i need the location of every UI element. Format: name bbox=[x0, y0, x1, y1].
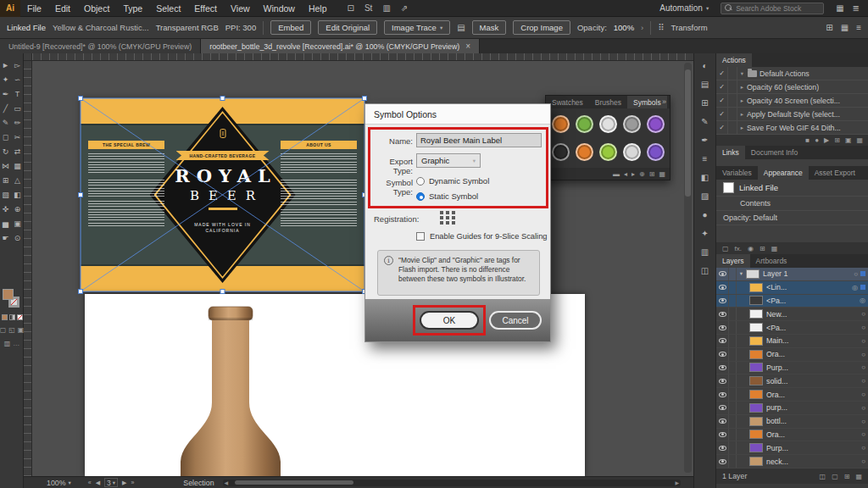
ok-button[interactable]: OK bbox=[420, 311, 479, 330]
draw-inside-icon[interactable]: ▣ bbox=[18, 326, 25, 334]
target-icon[interactable]: ○ bbox=[861, 377, 865, 385]
artboard-tool[interactable]: ▣ bbox=[12, 216, 24, 230]
linked-file-name[interactable]: Yellow & Charcoal Rustic... bbox=[53, 23, 149, 32]
menu-window[interactable]: Window bbox=[257, 0, 302, 17]
document-tab-rootbeer[interactable]: rootbeer_bottle_3d_revolve [Recovered].a… bbox=[201, 39, 480, 53]
trace-preset-icon[interactable]: ▤ bbox=[457, 23, 465, 32]
layer-name[interactable]: <Lin... bbox=[766, 283, 852, 291]
symbols-panel-icon[interactable]: ✒ bbox=[698, 134, 713, 147]
symbol-thumb-5[interactable] bbox=[552, 143, 570, 161]
mask-button[interactable]: Mask bbox=[472, 20, 507, 35]
visibility-toggle[interactable] bbox=[716, 295, 729, 308]
visibility-toggle[interactable] bbox=[716, 268, 729, 280]
lock-toggle[interactable] bbox=[729, 388, 737, 401]
layer-row[interactable]: purp...○ bbox=[716, 402, 868, 415]
layer-row[interactable]: Purp...○ bbox=[716, 362, 868, 375]
column-graph-tool[interactable]: ▅ bbox=[0, 216, 12, 230]
dynamic-symbol-option[interactable]: Dynamic Symbol bbox=[416, 176, 489, 186]
record-icon[interactable]: ● bbox=[815, 136, 819, 144]
target-icon[interactable]: ○ bbox=[861, 418, 865, 425]
symbol-thumb-9[interactable] bbox=[647, 143, 665, 161]
visibility-toggle[interactable] bbox=[716, 374, 729, 387]
lock-toggle[interactable] bbox=[729, 402, 737, 414]
width-tool[interactable]: ⋈ bbox=[0, 158, 12, 173]
draw-normal-icon[interactable]: ▢ bbox=[0, 326, 6, 334]
lock-toggle[interactable] bbox=[729, 268, 737, 280]
visibility-toggle[interactable] bbox=[716, 455, 729, 468]
radio-icon[interactable] bbox=[416, 177, 425, 186]
target-icon[interactable]: ○ bbox=[861, 363, 865, 371]
first-artboard-icon[interactable]: « bbox=[88, 480, 92, 485]
clear-appearance-icon[interactable]: ◉ bbox=[748, 245, 754, 252]
horizontal-scrollbar[interactable]: ◀ ▶ bbox=[223, 480, 681, 486]
layer-row[interactable]: Ora...○ bbox=[716, 388, 868, 402]
symbol-thumb-6[interactable] bbox=[576, 143, 593, 161]
lock-toggle[interactable] bbox=[729, 295, 737, 308]
stock-icon[interactable]: St bbox=[364, 3, 372, 13]
lock-toggle[interactable] bbox=[729, 362, 737, 374]
close-icon[interactable]: × bbox=[465, 42, 470, 51]
lock-toggle[interactable] bbox=[729, 374, 737, 387]
visibility-toggle[interactable] bbox=[716, 402, 729, 414]
layer-row[interactable]: Ora...○ bbox=[716, 429, 868, 442]
layer-row[interactable]: New...○ bbox=[716, 308, 868, 321]
expand-caret-icon[interactable]: ▸ bbox=[737, 111, 747, 118]
workspace-switcher-icon[interactable]: ▦ bbox=[836, 3, 843, 13]
arrange-documents-icon[interactable]: ▥ bbox=[382, 3, 390, 13]
layer-row[interactable]: <Pa...○ bbox=[716, 321, 868, 335]
stroke-panel-icon[interactable]: ≡ bbox=[698, 152, 713, 165]
swatches-panel-icon[interactable]: ⊞ bbox=[698, 97, 713, 109]
visibility-toggle[interactable] bbox=[716, 321, 729, 334]
action-check-icon[interactable]: ✓ bbox=[716, 67, 728, 80]
scrollbar-thumb[interactable] bbox=[235, 480, 354, 485]
layer-row[interactable]: solid...○ bbox=[716, 374, 868, 388]
symbol-thumb-7[interactable] bbox=[599, 143, 617, 161]
artboards-panel-icon[interactable]: ◫ bbox=[698, 264, 713, 277]
visibility-toggle[interactable] bbox=[716, 335, 729, 347]
next-symbol-icon[interactable]: ▸ bbox=[632, 170, 635, 178]
expand-caret-icon[interactable]: ▸ bbox=[737, 84, 747, 91]
target-icon[interactable]: ◎ bbox=[860, 297, 865, 304]
blend-tool[interactable]: ⊕ bbox=[12, 202, 24, 216]
visibility-toggle[interactable] bbox=[716, 415, 729, 428]
tab-asset-export[interactable]: Asset Export bbox=[809, 166, 861, 180]
visibility-toggle[interactable] bbox=[716, 348, 729, 361]
play-icon[interactable]: ▶ bbox=[824, 136, 829, 144]
layer-row[interactable]: <Lin...◎ bbox=[716, 281, 868, 295]
lock-toggle[interactable] bbox=[729, 415, 737, 428]
scissors-tool[interactable]: ✂ bbox=[12, 130, 24, 144]
layer-name[interactable]: Ora... bbox=[766, 391, 861, 399]
menu-view[interactable]: View bbox=[224, 0, 257, 17]
share-icon[interactable]: ⇗ bbox=[401, 3, 408, 13]
scale-tool[interactable]: ⇄ bbox=[12, 144, 24, 158]
selection-tool[interactable]: ► bbox=[0, 58, 12, 72]
artboard-number-dropdown[interactable]: 3 ▾ bbox=[104, 478, 118, 487]
document-tab-untitled[interactable]: Untitled-9 [Recovered]* @ 100% (CMYK/GPU… bbox=[0, 39, 201, 53]
layer-row[interactable]: ▾Layer 1○ bbox=[716, 268, 868, 281]
action-check-icon[interactable]: ✓ bbox=[716, 80, 728, 93]
previous-artboard-icon[interactable]: ◀ bbox=[96, 480, 100, 486]
scroll-left-icon[interactable]: ◀ bbox=[225, 480, 229, 485]
expand-caret-icon[interactable]: ▾ bbox=[737, 70, 747, 77]
action-row[interactable]: ✓▸Opacity 60 (selection) bbox=[716, 80, 868, 94]
lock-toggle[interactable] bbox=[729, 429, 737, 441]
place-symbol-icon[interactable]: ⊕ bbox=[639, 170, 645, 178]
target-icon[interactable]: ○ bbox=[861, 310, 865, 318]
hand-tool[interactable]: ☛ bbox=[0, 230, 12, 245]
target-icon[interactable]: ◎ bbox=[852, 284, 858, 291]
appearance-panel-icon[interactable]: ● bbox=[698, 208, 713, 221]
lock-toggle[interactable] bbox=[729, 441, 737, 454]
gradient-panel-icon[interactable]: ◧ bbox=[698, 171, 713, 184]
layer-name[interactable]: New... bbox=[766, 310, 861, 319]
lock-toggle[interactable] bbox=[729, 455, 737, 468]
delete-action-icon[interactable]: ▦ bbox=[856, 136, 863, 144]
tab-appearance[interactable]: Appearance bbox=[758, 166, 809, 180]
layer-row[interactable]: <Pa...◎ bbox=[716, 295, 868, 308]
graphic-styles-panel-icon[interactable]: ✦ bbox=[698, 227, 713, 240]
layer-name[interactable]: <Pa... bbox=[766, 324, 861, 332]
target-icon[interactable]: ○ bbox=[861, 430, 865, 438]
screen-mode-icon[interactable]: ▥ bbox=[4, 340, 11, 347]
zoom-dropdown[interactable]: 100% ▾ bbox=[47, 479, 71, 487]
tab-brushes[interactable]: Brushes bbox=[589, 96, 627, 108]
target-icon[interactable]: ○ bbox=[854, 270, 858, 278]
